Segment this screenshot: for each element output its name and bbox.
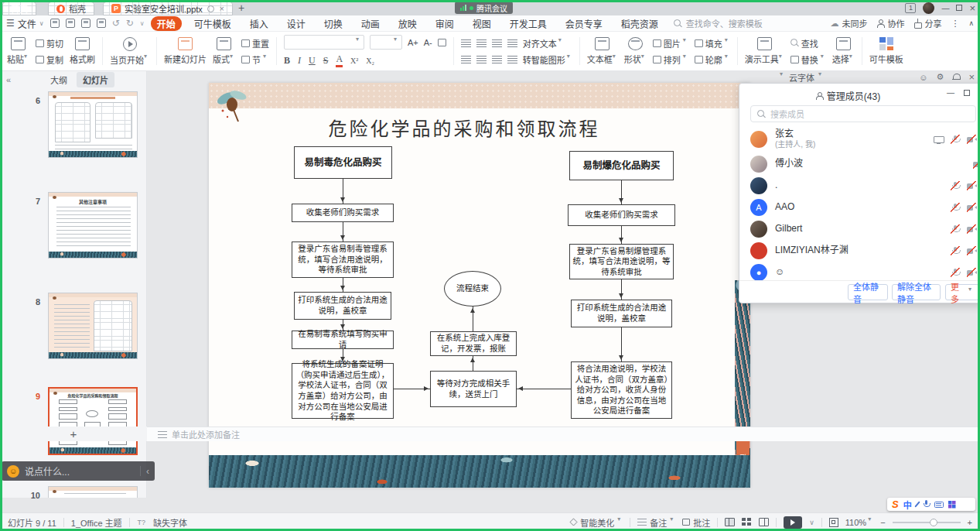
reading-view-button[interactable] [759,518,769,526]
slide-title[interactable]: 危险化学品的采购和领取流程 [209,114,719,141]
replace-button[interactable]: 替换 [790,53,826,66]
mic-off-icon[interactable] [951,224,960,234]
flow-node-l6[interactable]: 将系统生成的备案证明（购买申请通过后生成），学校法人证书，合同（双方盖章）给对方… [292,363,394,419]
cut-button[interactable]: 剪切 [36,37,63,50]
flow-node-r3[interactable]: 登录广东省易制爆管理系统，填写合法用途说明，等待系统审批 [569,244,674,279]
bold-button[interactable]: B [284,55,290,67]
close-document-icon[interactable]: × [220,4,224,13]
flow-node-r2[interactable]: 收集老师们购买需求 [568,204,675,226]
panel-minimize-icon[interactable]: — [947,88,954,97]
reset-button[interactable]: 重置 [241,37,269,50]
camera-off-icon[interactable] [967,246,976,255]
notes-toggle-button[interactable]: 备注 [637,516,675,529]
slide-9-thumbnail-selected[interactable]: 危险化学品的采购和领取流程 [48,387,138,455]
print-icon[interactable] [81,19,90,28]
preview-icon[interactable] [97,19,106,28]
flow-node-r5[interactable]: 将合法用途说明，学校法人证书，合同（双方盖章）给对方公司，收货人身份信息，由对方… [571,361,672,419]
camera-off-icon[interactable] [973,159,980,169]
zoom-slider-knob[interactable] [930,519,937,526]
member-row[interactable]: . [739,175,980,197]
menu-tab-animation[interactable]: 动画 [355,16,386,31]
settings-gear-icon[interactable]: ⚙ [937,72,944,82]
shapes-button[interactable]: 形状 [624,37,647,65]
keyboard-icon[interactable] [934,502,944,508]
share-button[interactable]: 分享 [913,17,941,29]
panel-maximize-icon[interactable] [964,90,970,96]
align-center-icon[interactable] [476,56,487,63]
screen-share-icon[interactable] [934,135,944,144]
align-left-icon[interactable] [461,56,471,63]
home-tab[interactable]: 首页 [2,2,36,15]
sync-status-button[interactable]: ☁ 未同步 [830,17,867,29]
camera-off-icon[interactable] [967,224,976,234]
panel-header[interactable]: 管理成员(43) — [739,84,980,104]
cloud-font-label[interactable]: 云字体 [789,71,814,84]
slide-10-thumbnail[interactable] [48,486,138,498]
align-text-button[interactable]: 对齐文本 [523,37,564,50]
slide-7-thumbnail[interactable]: 其他注意事项 [48,192,138,259]
member-row[interactable]: 傅小波 [739,153,980,175]
menu-tab-slideshow[interactable]: 放映 [392,16,423,31]
undo-button[interactable]: ↺ [112,18,120,29]
format-painter-button[interactable]: 格式刷 [70,37,95,65]
flow-node-c1[interactable]: 在系统上完成入库登记，开发票，报账 [430,331,517,356]
copy-button[interactable]: 复制 [36,53,63,66]
redo-button[interactable]: ↻ [126,18,134,29]
sogou-logo-icon[interactable]: S [892,499,899,509]
menu-tab-view[interactable]: 视图 [466,16,497,31]
flow-node-r1[interactable]: 易制爆危化品购买 [569,151,674,180]
tab-slides[interactable]: 幻灯片 [77,72,114,87]
layout-button[interactable]: 版式 [213,37,235,65]
assistant-smiley-icon[interactable]: ☺ [919,73,927,82]
menu-tab-keniu[interactable]: 可牛模板 [188,16,237,31]
bullet-list-icon[interactable] [461,39,471,47]
danmaku-chat-input[interactable]: ☺ 说点什么... ‹ [2,461,155,481]
section-button[interactable]: 节 [241,53,269,66]
slide-6-thumbnail[interactable] [48,91,138,158]
zoom-level-button[interactable]: 110% [845,518,873,527]
justify-icon[interactable] [507,56,517,63]
superscript-button[interactable]: X² [350,57,358,65]
docer-tab[interactable]: 稻壳 [48,2,94,15]
unmute-all-button[interactable]: 解除全体静音 [892,284,941,300]
flow-node-r4[interactable]: 打印系统生成的合法用途说明，盖校章 [571,300,672,327]
collaborate-button[interactable]: 协作 [876,17,904,29]
arrange-button[interactable]: 排列 [653,53,688,66]
menu-tab-docer-res[interactable]: 稻壳资源 [615,16,664,31]
slideshow-play-button[interactable] [784,516,802,529]
new-tab-button[interactable]: + [238,2,244,14]
menu-tab-member[interactable]: 会员专享 [559,16,609,31]
member-row[interactable]: A AAO [739,197,980,218]
close-window-button[interactable]: × [969,2,975,14]
member-row[interactable]: 张玄 (主持人, 我) [739,125,980,153]
notes-bar[interactable]: 单击此处添加备注 [147,427,980,441]
flow-node-end[interactable]: 流程结束 [444,271,501,307]
clear-format-icon[interactable] [438,39,446,46]
maximize-window-button[interactable] [956,5,962,11]
outline-button[interactable]: 轮廓 [695,53,730,66]
numbered-list-icon[interactable] [476,39,487,47]
user-avatar[interactable] [923,2,934,14]
more-button[interactable]: 更多 [945,284,979,300]
mic-off-icon[interactable] [951,181,960,190]
meeting-indicator-pill[interactable]: 腾讯会议 [455,2,513,14]
font-size-combobox[interactable] [370,35,402,50]
zoom-out-button[interactable]: − [880,518,885,527]
flow-node-c2[interactable]: 等待对方完成相关手续，送货上门 [430,371,517,407]
emoji-icon[interactable]: ☺ [7,465,19,478]
mute-all-button[interactable]: 全体静音 [848,284,888,300]
decrease-indent-icon[interactable] [492,39,502,47]
member-search-input[interactable]: 搜索成员 [750,105,976,122]
ime-menu-icon[interactable] [948,501,956,509]
normal-view-button[interactable] [725,518,735,526]
italic-button[interactable]: I [298,55,301,67]
font-name-combobox[interactable] [284,35,364,50]
find-button[interactable]: 查找 [790,37,826,50]
present-tools-button[interactable]: 演示工具 [745,37,784,65]
input-method-bar[interactable]: S 中 [887,498,975,511]
flow-node-l3[interactable]: 登录广东省易制毒管理系统，填写合法用途说明，等待系统审批 [292,242,394,278]
text-box-button[interactable]: 文本框 [587,37,618,65]
subscript-button[interactable]: X₂ [366,57,374,65]
save-icon[interactable] [50,19,60,28]
collapse-ribbon-icon[interactable]: ∧ [968,19,974,27]
